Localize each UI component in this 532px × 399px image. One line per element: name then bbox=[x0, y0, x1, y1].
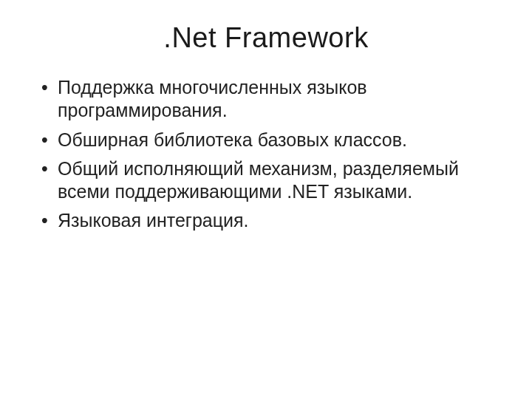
list-item: Общий исполняющий механизм, разделяемый … bbox=[37, 157, 495, 204]
list-item: Поддержка многочисленных языков программ… bbox=[37, 76, 495, 123]
slide-title: .Net Framework bbox=[37, 22, 495, 54]
bullet-list: Поддержка многочисленных языков программ… bbox=[37, 76, 495, 233]
list-item: Языковая интеграция. bbox=[37, 209, 495, 232]
list-item: Обширная библиотека базовых классов. bbox=[37, 129, 495, 151]
